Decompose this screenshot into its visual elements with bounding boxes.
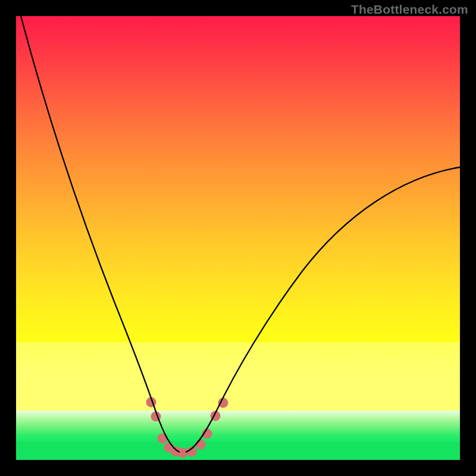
curve-layer: [16, 16, 460, 460]
plot-area: [16, 16, 460, 460]
curve-left: [21, 16, 180, 452]
curve-right: [186, 167, 460, 452]
svg-point-7: [196, 440, 206, 450]
watermark: TheBottleneck.com: [351, 2, 468, 17]
svg-point-5: [178, 448, 188, 458]
trough-markers: [146, 397, 228, 458]
svg-point-10: [218, 398, 228, 408]
chart-frame: TheBottleneck.com: [0, 0, 476, 476]
